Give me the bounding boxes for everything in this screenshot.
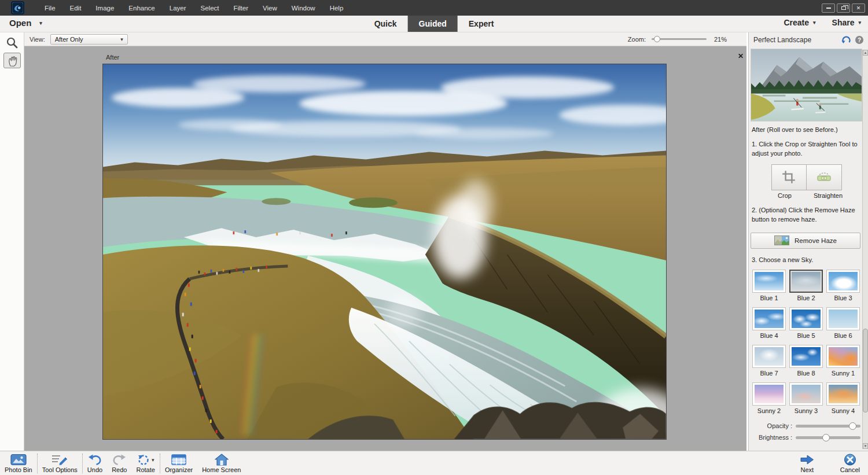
options-bar: View: After Only ▾ Zoom: 21%	[24, 32, 746, 46]
sky-swatch	[829, 310, 858, 328]
redo-label: Redo	[112, 466, 127, 473]
sky-option-blue-5[interactable]: Blue 5	[788, 307, 825, 339]
scroll-down-icon[interactable]: ▼	[863, 443, 868, 449]
sky-option-label: Blue 3	[834, 294, 852, 301]
sky-option-sunny-4[interactable]: Sunny 4	[825, 382, 862, 414]
help-glyph: ?	[858, 37, 861, 43]
straighten-label: Straighten	[807, 192, 850, 199]
menu-filter[interactable]: Filter	[233, 5, 248, 12]
create-button[interactable]: Create ▾	[784, 18, 815, 27]
share-button[interactable]: Share ▾	[832, 18, 861, 27]
magnifier-icon	[6, 36, 19, 49]
sky-option-sunny-2[interactable]: Sunny 2	[751, 382, 788, 414]
hand-tool-button[interactable]	[3, 53, 21, 68]
menu-select[interactable]: Select	[201, 5, 219, 12]
crop-button[interactable]	[771, 164, 807, 190]
next-button[interactable]: Next	[795, 451, 819, 475]
document-close-icon[interactable]: ✕	[738, 52, 744, 60]
tab-quick[interactable]: Quick	[363, 16, 408, 32]
sky-option-blue-6[interactable]: Blue 6	[825, 307, 862, 339]
tab-guided[interactable]: Guided	[408, 16, 458, 32]
open-label: Open	[9, 18, 31, 28]
step-3-text: 3. Choose a new Sky.	[752, 256, 859, 265]
after-label: After	[106, 54, 119, 61]
tool-options-label: Tool Options	[42, 466, 78, 473]
view-select[interactable]: After Only ▾	[50, 34, 128, 45]
minimize-icon	[826, 8, 831, 9]
sky-option-blue-4[interactable]: Blue 4	[751, 307, 788, 339]
close-button[interactable]: ✕	[852, 3, 865, 13]
photo-gullfoss[interactable]	[102, 64, 667, 440]
remove-haze-button[interactable]: Remove Haze	[751, 233, 860, 249]
open-button[interactable]: Open ▾	[9, 18, 42, 28]
tool-options-button[interactable]: Tool Options	[38, 451, 82, 475]
opacity-label: Opacity :	[751, 422, 792, 429]
restore-button[interactable]	[837, 3, 850, 13]
zoom-slider[interactable]	[652, 36, 707, 42]
sky-option-label: Blue 5	[797, 332, 815, 339]
rotate-button[interactable]: ▾ Rotate	[131, 451, 159, 475]
sky-option-label: Blue 1	[760, 294, 778, 301]
help-icon[interactable]: ?	[855, 36, 863, 44]
scrollbar-thumb[interactable]	[863, 329, 868, 413]
restore-icon	[841, 6, 846, 10]
after-caption: After (Roll over to see Before.)	[752, 126, 862, 133]
sky-option-label: Blue 7	[760, 370, 778, 377]
sky-option-blue-7[interactable]: Blue 7	[751, 345, 788, 377]
home-icon	[215, 454, 229, 466]
sky-option-sunny-3[interactable]: Sunny 3	[788, 382, 825, 414]
remove-haze-label: Remove Haze	[795, 237, 837, 244]
view-label: View:	[30, 36, 45, 43]
menu-layer[interactable]: Layer	[170, 5, 186, 12]
panel-scrollbar[interactable]: ▲ ▼	[862, 50, 868, 449]
taskbar: Photo Bin Tool Options Undo Redo	[0, 451, 868, 475]
menu-edit[interactable]: Edit	[70, 5, 82, 12]
organizer-label: Organizer	[165, 466, 193, 473]
zoom-tool-button[interactable]	[3, 35, 21, 50]
sky-option-blue-3[interactable]: Blue 3	[825, 270, 862, 301]
hand-icon	[6, 54, 18, 67]
opacity-slider-knob[interactable]	[849, 422, 856, 430]
brightness-slider-knob[interactable]	[822, 434, 830, 441]
redo-button[interactable]: Redo	[107, 451, 131, 475]
tab-expert[interactable]: Expert	[458, 16, 505, 32]
scroll-up-icon[interactable]: ▲	[863, 50, 868, 56]
menu-file[interactable]: File	[45, 5, 56, 12]
undo-button[interactable]: Undo	[83, 451, 107, 475]
sky-option-blue-2[interactable]: Blue 2	[788, 270, 825, 301]
menu-window[interactable]: Window	[292, 5, 315, 12]
photo-bin-button[interactable]: Photo Bin	[0, 451, 37, 475]
menu-bar: File Edit Image Enhance Layer Select Fil…	[45, 5, 343, 12]
straighten-icon	[816, 170, 832, 184]
sky-option-label: Blue 8	[797, 370, 815, 377]
brightness-label: Brightness :	[751, 434, 792, 441]
sky-option-sunny-1[interactable]: Sunny 1	[825, 345, 862, 377]
minimize-button[interactable]	[822, 3, 835, 13]
reset-icon[interactable]	[841, 36, 851, 44]
panel-header: Perfect Landscape ?	[749, 32, 868, 47]
zoom-slider-knob[interactable]	[654, 36, 660, 42]
home-screen-button[interactable]: Home Screen	[197, 451, 245, 475]
menu-image[interactable]: Image	[95, 5, 114, 12]
cancel-button[interactable]: Cancel	[836, 451, 865, 475]
sky-option-blue-8[interactable]: Blue 8	[788, 345, 825, 377]
tool-options-icon	[52, 454, 67, 466]
sky-swatch	[792, 272, 821, 290]
menu-enhance[interactable]: Enhance	[128, 5, 155, 12]
menu-help[interactable]: Help	[330, 5, 344, 12]
menu-view[interactable]: View	[263, 5, 277, 12]
organizer-button[interactable]: Organizer	[160, 451, 197, 475]
sky-swatch	[792, 310, 821, 328]
guided-preview-thumbnail[interactable]	[751, 49, 862, 121]
share-label: Share	[832, 18, 855, 27]
chevron-down-icon: ▾	[152, 457, 155, 463]
sky-swatch	[829, 385, 858, 403]
sky-option-blue-1[interactable]: Blue 1	[751, 270, 788, 301]
brightness-slider[interactable]	[796, 434, 860, 441]
crop-label: Crop	[763, 192, 807, 199]
home-screen-label: Home Screen	[202, 466, 241, 473]
sky-swatch	[755, 310, 784, 328]
straighten-button[interactable]	[807, 164, 842, 190]
opacity-slider[interactable]	[796, 422, 860, 430]
sky-option-label: Blue 6	[834, 332, 852, 339]
